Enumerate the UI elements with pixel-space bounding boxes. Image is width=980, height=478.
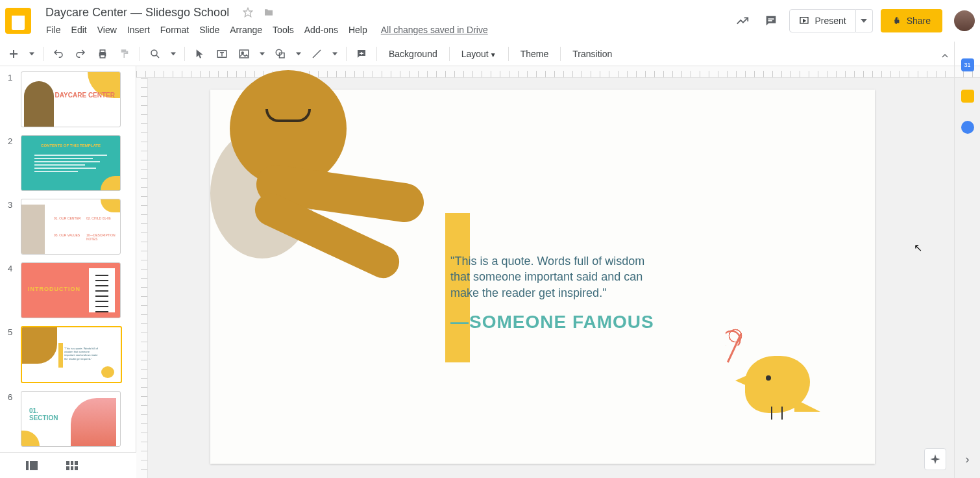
bird-legs [765, 407, 790, 425]
background-button[interactable]: Background [382, 49, 444, 59]
select-tool[interactable] [190, 44, 210, 64]
shape-dropdown[interactable] [293, 44, 304, 64]
slide-thumbnail-1[interactable]: DAYCARE CENTER [21, 71, 121, 127]
slide-thumbnail-3[interactable]: 01. OUR CENTER 02. CHILD 01-06 03. OUR V… [21, 199, 121, 255]
star-icon[interactable] [242, 6, 254, 18]
menu-edit[interactable]: Edit [67, 22, 92, 38]
activity-icon[interactable] [732, 10, 753, 31]
menu-addons[interactable]: Add-ons [300, 22, 343, 38]
present-dropdown-button[interactable] [856, 9, 873, 32]
menu-help[interactable]: Help [344, 22, 372, 38]
svg-marker-0 [243, 8, 252, 16]
main-area: 1 DAYCARE CENTER 2 CONTENTS OF THIS TEMP… [0, 66, 980, 478]
slide-thumbnail-4[interactable]: INTRODUCTION [21, 262, 121, 318]
svg-marker-4 [803, 19, 805, 22]
filmstrip-view-icon[interactable] [26, 461, 38, 470]
zoom-dropdown[interactable] [167, 44, 179, 64]
separator [508, 47, 509, 61]
view-switcher [0, 452, 136, 478]
branch-decoration[interactable] [719, 326, 752, 365]
image-dropdown[interactable] [256, 44, 268, 64]
paint-format-button[interactable] [115, 44, 134, 64]
filmstrip[interactable]: 1 DAYCARE CENTER 2 CONTENTS OF THIS TEMP… [0, 66, 136, 478]
vertical-ruler[interactable] [136, 78, 148, 478]
layout-button[interactable]: Layout▼ [455, 49, 503, 59]
print-button[interactable] [93, 44, 112, 64]
separator [184, 47, 185, 61]
current-slide-canvas[interactable]: "This is a quote. Words full of wisdom t… [210, 90, 875, 464]
calendar-icon[interactable]: 31 [961, 58, 974, 71]
svg-line-22 [313, 50, 321, 58]
menu-slide[interactable]: Slide [195, 22, 224, 38]
google-slides-logo-icon[interactable] [5, 8, 31, 34]
knitted-toy-image[interactable] [210, 90, 430, 323]
comments-icon[interactable] [761, 10, 781, 31]
separator [140, 47, 140, 61]
new-slide-dropdown[interactable] [26, 44, 38, 64]
svg-marker-25 [931, 458, 940, 461]
present-label: Present [815, 16, 846, 26]
show-side-panel-icon[interactable]: › [966, 453, 970, 466]
account-avatar[interactable] [954, 10, 975, 31]
separator [43, 47, 43, 61]
bird-beak [735, 375, 747, 386]
zoom-button[interactable] [145, 44, 165, 64]
save-status[interactable]: All changes saved in Drive [381, 25, 488, 35]
menu-view[interactable]: View [93, 22, 121, 38]
add-comment-button[interactable] [352, 44, 371, 64]
bird-tail [794, 399, 820, 412]
document-title[interactable]: Daycare Center — Slidesgo School [42, 5, 233, 21]
separator [560, 47, 561, 61]
slide-number: 4 [8, 262, 16, 273]
thumb-title: DAYCARE CENTER [55, 92, 115, 99]
slide-number: 5 [8, 326, 16, 337]
slide-number: 1 [8, 71, 16, 82]
quote-textbox[interactable]: "This is a quote. Words full of wisdom t… [450, 253, 665, 301]
tasks-icon[interactable] [961, 121, 974, 134]
svg-marker-18 [260, 52, 265, 55]
separator [449, 47, 450, 61]
canvas[interactable]: "This is a quote. Words full of wisdom t… [136, 66, 980, 478]
line-tool[interactable] [307, 44, 326, 64]
redo-button[interactable] [71, 44, 90, 64]
svg-point-12 [151, 50, 157, 56]
share-button[interactable]: Share [881, 9, 942, 32]
textbox-tool[interactable] [212, 44, 232, 64]
menu-format[interactable]: Format [156, 22, 193, 38]
menu-bar: File Edit View Insert Format Slide Arran… [42, 22, 732, 38]
grid-view-icon[interactable] [66, 461, 78, 470]
menu-tools[interactable]: Tools [268, 22, 299, 38]
menu-insert[interactable]: Insert [123, 22, 154, 38]
author-textbox[interactable]: —SOMEONE FAMOUS [450, 312, 654, 333]
transition-button[interactable]: Transition [566, 49, 619, 59]
line-dropdown[interactable] [329, 44, 341, 64]
svg-marker-14 [171, 52, 176, 55]
side-panel-rail: 31 › [954, 42, 980, 478]
svg-line-13 [156, 55, 159, 58]
thumb-title: INTRODUCTION [28, 286, 80, 292]
header-actions: Present Share [732, 9, 975, 32]
move-folder-icon[interactable] [263, 6, 275, 18]
svg-rect-9 [100, 50, 105, 53]
header: Daycare Center — Slidesgo School File Ed… [0, 0, 980, 42]
slide-thumbnail-5[interactable]: "This is a quote. Words full of wisdom t… [21, 326, 122, 383]
explore-button[interactable] [924, 448, 946, 470]
theme-button[interactable]: Theme [514, 49, 556, 59]
svg-rect-16 [239, 50, 249, 58]
new-slide-button[interactable] [4, 44, 23, 64]
share-label: Share [907, 16, 931, 26]
menu-arrange[interactable]: Arrange [225, 22, 267, 38]
slide-thumbnail-6[interactable]: 01.SECTION [21, 391, 121, 447]
menu-file[interactable]: File [42, 22, 66, 38]
slide-thumbnail-2[interactable]: CONTENTS OF THIS TEMPLATE [21, 135, 121, 191]
keep-icon[interactable] [961, 90, 974, 103]
separator [346, 47, 347, 61]
svg-marker-5 [861, 19, 867, 23]
present-button[interactable]: Present [789, 9, 855, 32]
shape-tool[interactable] [271, 44, 290, 64]
hide-menus-button[interactable] [936, 47, 954, 65]
undo-button[interactable] [49, 44, 68, 64]
slide-number: 2 [8, 135, 16, 146]
image-tool[interactable] [234, 44, 254, 64]
separator [376, 47, 377, 61]
